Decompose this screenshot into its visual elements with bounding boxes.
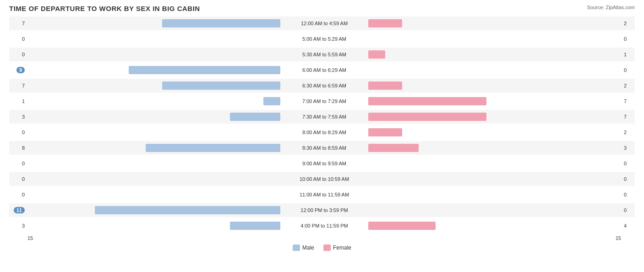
legend-male-label: Male (302, 245, 314, 251)
male-value: 7 (9, 83, 27, 88)
axis-right-val: 15 (616, 235, 621, 241)
male-bar-container (27, 65, 281, 75)
female-bar-container (367, 96, 621, 106)
female-value: 7 (621, 114, 635, 120)
axis-left-val: 15 (27, 235, 33, 241)
male-bar-container (27, 190, 281, 200)
bars-area: 8:00 AM to 8:29 AM (27, 125, 621, 139)
female-bar (368, 222, 436, 230)
source-text: Source: ZipAtlas.com (587, 5, 635, 10)
chart-row: 37:30 AM to 7:59 AM7 (9, 110, 635, 124)
female-bar (368, 82, 402, 90)
chart-row: 96:00 AM to 6:29 AM0 (9, 63, 635, 77)
female-bar (368, 113, 486, 121)
time-label: 5:00 AM to 5:29 AM (283, 36, 366, 42)
female-bar-container (367, 49, 621, 60)
female-bar-container (367, 143, 621, 153)
male-value: 0 (9, 192, 27, 197)
male-bar-container (27, 205, 281, 215)
bars-area: 6:00 AM to 6:29 AM (27, 63, 621, 77)
legend-male-box (293, 245, 300, 251)
female-value: 0 (621, 176, 635, 182)
female-bar-container (367, 34, 621, 44)
male-bar-container (27, 81, 281, 91)
bars-area: 9:00 AM to 9:59 AM (27, 157, 621, 170)
chart-row: 34:00 PM to 11:59 PM4 (9, 219, 635, 233)
female-value: 2 (621, 130, 635, 135)
chart-row: 76:30 AM to 6:59 AM2 (9, 79, 635, 92)
time-label: 8:00 AM to 8:29 AM (283, 130, 366, 135)
female-bar-container (367, 205, 621, 215)
time-label: 6:30 AM to 6:59 AM (283, 83, 366, 88)
legend-female-box (323, 245, 331, 251)
chart-container: TIME OF DEPARTURE TO WORK BY SEX IN BIG … (9, 5, 635, 251)
time-label: 7:30 AM to 7:59 AM (283, 114, 366, 120)
legend-female: Female (323, 245, 351, 251)
male-value: 0 (9, 52, 27, 57)
male-bar (162, 19, 280, 27)
male-bar-container (27, 174, 281, 184)
female-value: 3 (621, 145, 635, 151)
legend: Male Female (9, 245, 635, 251)
bars-area: 6:30 AM to 6:59 AM (27, 79, 621, 92)
male-bar-container (27, 49, 281, 60)
bars-area: 12:00 AM to 4:59 AM (27, 16, 621, 30)
time-label: 5:30 AM to 5:59 AM (283, 52, 366, 57)
male-bar-container (27, 18, 281, 28)
female-bar-container (367, 18, 621, 28)
male-value: 0 (9, 161, 27, 166)
time-label: 10:00 AM to 10:59 AM (283, 176, 366, 182)
time-label: 11:00 AM to 11:59 AM (283, 192, 366, 197)
male-bar (95, 206, 280, 214)
female-bar-container (367, 221, 621, 231)
legend-female-label: Female (333, 245, 351, 251)
male-bar-container (27, 112, 281, 122)
bars-area: 8:30 AM to 8:59 AM (27, 141, 621, 155)
male-value: 1 (9, 98, 27, 104)
chart-row: 17:00 AM to 7:29 AM7 (9, 94, 635, 108)
time-label: 9:00 AM to 9:59 AM (283, 161, 366, 166)
male-bar (146, 144, 280, 152)
bars-area: 7:30 AM to 7:59 AM (27, 110, 621, 124)
male-value: 0 (9, 130, 27, 135)
male-bar (230, 222, 280, 230)
male-bar-container (27, 158, 281, 169)
time-label: 8:30 AM to 8:59 AM (283, 145, 366, 151)
bars-area: 12:00 PM to 3:59 PM (27, 203, 621, 217)
bars-area: 11:00 AM to 11:59 AM (27, 188, 621, 201)
chart-row: 09:00 AM to 9:59 AM0 (9, 157, 635, 170)
male-value: 7 (9, 21, 27, 26)
chart-title: TIME OF DEPARTURE TO WORK BY SEX IN BIG … (9, 5, 200, 12)
female-bar-container (367, 65, 621, 75)
male-bar (263, 97, 280, 105)
female-value: 2 (621, 21, 635, 26)
female-value: 1 (621, 52, 635, 57)
male-bar (230, 113, 280, 121)
male-bar-container (27, 221, 281, 231)
female-value: 0 (621, 161, 635, 166)
female-bar (368, 128, 402, 136)
chart-row: 05:30 AM to 5:59 AM1 (9, 48, 635, 61)
male-value: 0 (9, 36, 27, 42)
male-bar (162, 82, 280, 90)
female-value: 0 (621, 207, 635, 213)
time-label: 6:00 AM to 6:29 AM (283, 67, 366, 73)
female-bar-container (367, 174, 621, 184)
female-bar (368, 19, 402, 27)
chart-row: 712:00 AM to 4:59 AM2 (9, 16, 635, 30)
chart-row: 011:00 AM to 11:59 AM0 (9, 188, 635, 201)
female-bar (368, 144, 419, 152)
axis-row: 15 15 (9, 235, 635, 241)
male-bar-container (27, 127, 281, 137)
time-label: 7:00 AM to 7:29 AM (283, 98, 366, 104)
male-value: 3 (9, 114, 27, 120)
bars-area: 10:00 AM to 10:59 AM (27, 172, 621, 186)
male-bar (129, 66, 280, 74)
female-value: 4 (621, 223, 635, 228)
male-bar-container (27, 34, 281, 44)
axis-main: 15 15 (27, 235, 621, 241)
female-value: 7 (621, 98, 635, 104)
female-bar-container (367, 127, 621, 137)
time-label: 12:00 PM to 3:59 PM (283, 207, 366, 213)
chart-area: 712:00 AM to 4:59 AM205:00 AM to 5:29 AM… (9, 16, 635, 233)
